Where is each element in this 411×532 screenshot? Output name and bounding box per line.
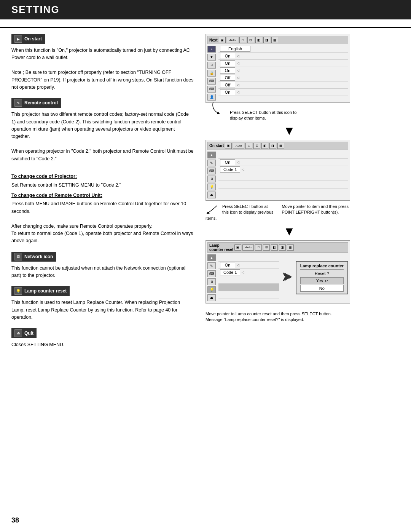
- diag1-auto: Auto: [227, 37, 238, 43]
- diag1-val-english: English: [220, 46, 250, 52]
- diag1-val-on1: On: [220, 53, 235, 59]
- diag1-arrow2: ◁: [237, 61, 239, 65]
- diag3-btn4: ◨: [279, 244, 286, 251]
- diag1-btn3: ◧: [255, 37, 262, 43]
- diag1-title: Next: [209, 38, 218, 42]
- diag2-icon-net: 🖥: [207, 176, 216, 182]
- diag2-toolbar: On start ▣ Auto □ ⊡ ◧ ◨ ▦: [207, 142, 348, 150]
- diag1-row-icon-4: 🔒: [207, 70, 216, 77]
- remote-control-text2: When operating projector in "Code 2," bo…: [11, 148, 194, 163]
- diag2-icon-quit: ⏏: [207, 192, 216, 198]
- remote-control-text1: This projector has two different remote …: [11, 111, 194, 141]
- diag1-rows: English On ◁ On ◁ On ◁ Off: [218, 45, 348, 101]
- diag3-btn2: ⊡: [263, 244, 270, 251]
- lamp-replace-subtitle: Reset ?: [300, 271, 344, 276]
- diag1-val-on2: On: [220, 60, 235, 66]
- diag2-annotations: Press SELECT button at this icon to disp…: [206, 204, 350, 221]
- sub-body-remote1: Press both MENU and IMAGE buttons on Rem…: [11, 200, 194, 215]
- lamp-counter-icon: 💡: [14, 287, 22, 295]
- quit-text: Closes SETTING MENU.: [11, 341, 194, 348]
- diag1-btn1: □: [239, 37, 246, 43]
- diag3-val-code1: Code 1: [220, 269, 240, 275]
- diag3-bold-arrow: ⮞: [282, 272, 292, 284]
- diag3-icon1: ▣: [234, 244, 241, 251]
- sub-heading-remote: To change code of Remote Control Unit:: [11, 192, 194, 199]
- diag2-btn2: ⊡: [253, 143, 260, 149]
- diag2-val-code1: Code 1: [220, 166, 240, 173]
- diag3-row-net: [218, 276, 279, 284]
- diag1-row-off1: Off ◁: [218, 74, 348, 81]
- on-start-note: Note ; Be sure to turn projector off pro…: [11, 69, 194, 91]
- diag1-row-on1: On ◁: [218, 53, 348, 60]
- diag1-arrow3: ◁: [237, 69, 239, 72]
- sub-body-projector: Set Remote control in SETTING MENU to "C…: [11, 182, 194, 189]
- quit-section: ⏏ Quit Closes SETTING MENU.: [11, 328, 194, 348]
- diag2-arrow-on: ◁: [237, 160, 239, 164]
- header-divider: [0, 27, 411, 28]
- diag2-row-on: On ◁: [218, 159, 348, 166]
- page-header: SETTING: [0, 0, 411, 19]
- diag1-val-off2: Off: [220, 82, 235, 88]
- diag1-row-icon-2: ▼: [207, 54, 216, 61]
- diag3-row-bulb: [218, 284, 279, 291]
- diag1-row-icon-6: ⌨: [207, 86, 216, 93]
- on-start-text1: When this function is "On," projector is…: [11, 47, 194, 62]
- network-icon-text: This function cannot be adjusted when no…: [11, 265, 194, 280]
- diag2-icon-bulb: 💡: [207, 184, 216, 190]
- diag1-btn5: ▦: [271, 37, 278, 43]
- diag3-annotation: Move pointer to Lamp counter reset and t…: [206, 311, 335, 323]
- diag1-row-on3: On ◁: [218, 67, 348, 74]
- diag3-row-on: On ◁: [218, 262, 279, 269]
- diag2-arrow-code1: ◁: [242, 168, 244, 171]
- remote-control-icon: ✎: [14, 99, 22, 107]
- on-start-icon: ▶: [14, 35, 22, 43]
- sub-heading-projector: To change code of Projector:: [11, 173, 194, 180]
- diag3-row-quit: [218, 291, 279, 299]
- diag1-row-on4: On ◁: [218, 89, 348, 96]
- diag2-btn5: ▦: [277, 143, 284, 149]
- diag2-arrow-svg: [206, 204, 221, 215]
- quit-header: ⏏ Quit: [11, 328, 37, 338]
- diag2-title: On start: [209, 144, 224, 148]
- diag2-btn1: □: [245, 143, 252, 149]
- lamp-counter-text: This function is used to reset Lamp Repl…: [11, 299, 194, 321]
- diag3-icon-tri: ▲: [207, 254, 216, 261]
- diag3-row-empty: [218, 254, 279, 262]
- diag2-icon-col: ▲ ✎ ⌨ 🖥 💡 ⏏: [207, 151, 217, 199]
- right-column: Next ▣ Auto □ ⊡ ◧ ◨ ▦ + ▼ ⊿ 🔒 ⌨ ⌨ 👤: [206, 34, 350, 355]
- quit-body: Closes SETTING MENU.: [11, 341, 194, 348]
- diag1-content: + ▼ ⊿ 🔒 ⌨ ⌨ 👤 English On ◁: [207, 45, 348, 101]
- diag1-annotation-wrap: Press SELECT button at this icon to disp…: [206, 106, 350, 122]
- diag1-row-icon-1: +: [207, 46, 216, 53]
- network-icon-header: 🖥 Network icon: [11, 252, 56, 262]
- diag1-row-icon-5: ⌨: [207, 78, 216, 85]
- diag3-val-on: On: [220, 262, 235, 268]
- remote-control-section: ✎ Remote control This projector has two …: [11, 98, 194, 244]
- diag3-title: Lamp counter reset: [209, 243, 233, 252]
- main-content: ▶ On start When this function is "On," p…: [0, 34, 411, 355]
- diag3-icon-quit: ⏏: [207, 294, 216, 301]
- diag1-row-icon-3: ⊿: [207, 62, 216, 69]
- network-icon-title: Network icon: [24, 254, 53, 259]
- diag3-rows: On ◁ Code 1 ◁: [218, 254, 279, 302]
- lamp-counter-title: Lamp counter reset: [24, 288, 67, 294]
- diag3-icon-key: ⌨: [207, 270, 216, 277]
- sub-body-remote2: After changing code, make sure Remote Co…: [11, 223, 194, 230]
- diag2-val-on: On: [220, 159, 235, 165]
- diag3-icon-net: 🖥: [207, 278, 216, 285]
- diag2-row-code1: Code 1 ◁: [218, 166, 348, 173]
- diag1-row-english: English: [218, 45, 348, 53]
- diag2-row-empty: [218, 151, 348, 159]
- lamp-no-btn[interactable]: No: [300, 285, 344, 292]
- diag3-auto: Auto: [242, 244, 254, 251]
- diag3-toolbar: Lamp counter reset ▣ Auto □ ⊡ ◧ ◨ ▦: [207, 242, 348, 253]
- big-arrow-down-2: ▼: [228, 225, 350, 237]
- diag2-auto: Auto: [233, 143, 244, 149]
- diag2-rows: On ◁ Code 1 ◁: [218, 151, 348, 199]
- lamp-yes-btn[interactable]: Yes ↩: [300, 277, 344, 284]
- diag1-btn4: ◨: [263, 37, 270, 43]
- lamp-counter-section: 💡 Lamp counter reset This function is us…: [11, 286, 194, 321]
- lamp-counter-header: 💡 Lamp counter reset: [11, 286, 70, 296]
- remote-control-title: Remote control: [24, 100, 58, 105]
- diag2-row-net: [218, 173, 348, 181]
